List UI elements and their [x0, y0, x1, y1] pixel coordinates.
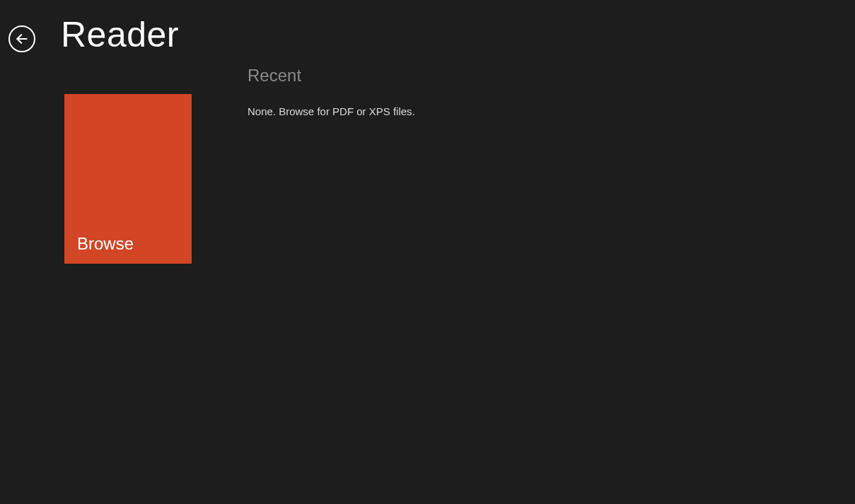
app-title: Reader [61, 14, 179, 55]
header: Reader [0, 0, 855, 55]
arrow-left-icon [15, 32, 29, 46]
recent-empty-message: None. Browse for PDF or XPS files. [248, 105, 415, 117]
content-area: Browse Recent None. Browse for PDF or XP… [0, 55, 855, 264]
browse-tile[interactable]: Browse [64, 94, 192, 264]
recent-section: Recent None. Browse for PDF or XPS files… [248, 66, 415, 264]
browse-tile-label: Browse [77, 234, 134, 254]
recent-heading: Recent [248, 66, 415, 86]
back-button[interactable] [8, 25, 35, 52]
